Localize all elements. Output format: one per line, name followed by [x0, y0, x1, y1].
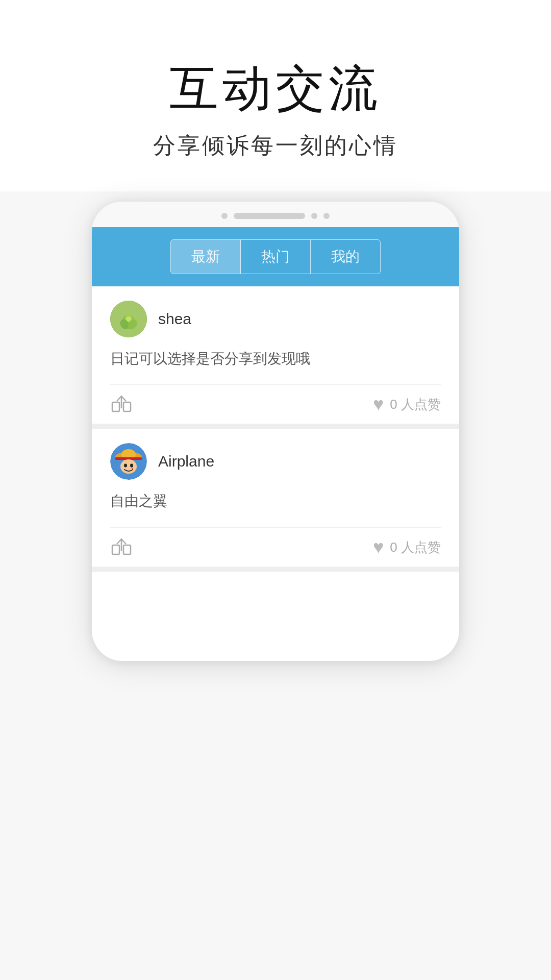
tab-group: 最新 热门 我的	[170, 239, 381, 274]
svg-point-6	[126, 316, 131, 322]
like-section-2: ♥ 0 人点赞	[373, 538, 441, 556]
avatar-airplane	[110, 443, 147, 480]
post-footer-1: ♥ 0 人点赞	[110, 384, 441, 424]
status-dot-1	[221, 213, 228, 219]
heart-icon-2[interactable]: ♥	[373, 538, 384, 556]
svg-rect-9	[123, 402, 131, 411]
content-area: shea 日记可以选择是否分享到发现哦 ♥ 0 人点赞	[92, 286, 459, 572]
tab-latest[interactable]: 最新	[171, 240, 241, 274]
divider-1	[92, 424, 459, 429]
post-content-1: 日记可以选择是否分享到发现哦	[110, 348, 441, 371]
post-card-2: Airplane 自由之翼 ♥ 0 人点赞	[92, 429, 459, 567]
svg-rect-19	[123, 545, 131, 554]
username-shea: shea	[158, 310, 191, 328]
post-content-2: 自由之翼	[110, 490, 441, 513]
svg-rect-17	[112, 545, 119, 554]
app-header: 最新 热门 我的	[92, 227, 459, 286]
tab-hot[interactable]: 热门	[241, 240, 311, 274]
header-section: 互动交流 分享倾诉每一刻的心情	[0, 0, 551, 191]
avatar-shea	[110, 301, 147, 337]
like-count-2: 0 人点赞	[390, 538, 441, 556]
page-container: 互动交流 分享倾诉每一刻的心情 最新 热门 我的	[0, 0, 551, 980]
like-section-1: ♥ 0 人点赞	[373, 395, 441, 413]
username-airplane: Airplane	[158, 453, 214, 470]
like-count-1: 0 人点赞	[390, 396, 441, 413]
heart-icon-1[interactable]: ♥	[373, 395, 384, 413]
share-button-1[interactable]	[110, 394, 133, 414]
post-header-1: shea	[110, 301, 441, 337]
post-footer-2: ♥ 0 人点赞	[110, 527, 441, 567]
post-header-2: Airplane	[110, 443, 441, 480]
post-card-1: shea 日记可以选择是否分享到发现哦 ♥ 0 人点赞	[92, 286, 459, 424]
status-dot-2	[311, 213, 317, 219]
svg-rect-7	[112, 402, 119, 411]
tab-mine[interactable]: 我的	[311, 240, 380, 274]
status-pill	[234, 213, 305, 219]
divider-2	[92, 567, 459, 572]
sub-title: 分享倾诉每一刻的心情	[153, 131, 398, 161]
status-dot-3	[323, 213, 330, 219]
svg-point-15	[124, 464, 127, 468]
share-button-2[interactable]	[110, 537, 133, 557]
phone-mockup: 最新 热门 我的	[92, 202, 459, 661]
phone-top-bar	[92, 202, 459, 227]
main-title: 互动交流	[169, 61, 382, 115]
